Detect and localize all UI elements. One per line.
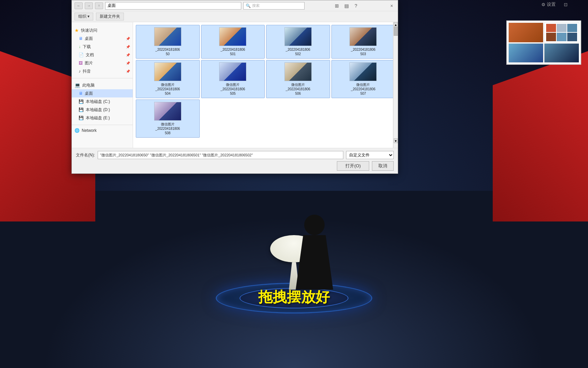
back-button[interactable]: ← [75, 2, 83, 9]
file-label-2: _202204181806502 [286, 47, 310, 56]
file-open-dialog: ← → ↑ 桌面 🔍 搜索 ⊞ ▤ ? × 组织 ▾ 新建文件夹 [71, 0, 398, 174]
sidebar-item-tiktok[interactable]: ♪ 抖音 📌 [72, 67, 133, 75]
help-icon[interactable]: ? [352, 2, 360, 10]
file-item-4[interactable]: 微信图片_202204181806504 [136, 60, 200, 98]
person-body [296, 235, 333, 290]
sidebar-item-pic[interactable]: 🖼 图片 📌 [72, 59, 133, 67]
sidebar-item-quick-access: ★ 快速访问 [72, 26, 133, 34]
computer-icon: 💻 [75, 82, 80, 88]
file-thumb-8 [154, 102, 181, 121]
quick-access-section: ★ 快速访问 🖥 桌面 📌 ↓ 下载 📌 📄 文档 📌 [72, 25, 133, 77]
preview-img-3 [508, 43, 543, 63]
preview-pane [506, 20, 581, 65]
file-label-0: _20220418180650 [156, 47, 180, 56]
file-item-0[interactable]: _20220418180650 [136, 25, 200, 59]
close-button[interactable]: × [388, 2, 395, 9]
subtitle-text: 拖拽摆放好 [258, 288, 330, 307]
pin-icon-3: 📌 [126, 53, 130, 57]
file-label-3: _202204181806503 [351, 47, 375, 56]
sidebar-tiktok-label: 抖音 [83, 68, 91, 74]
forward-button[interactable]: → [85, 2, 93, 9]
view-icon-1[interactable]: ⊞ [333, 2, 341, 10]
scroll-down-arrow[interactable]: ▼ [394, 138, 398, 143]
pin-icon-4: 📌 [126, 61, 130, 65]
star-icon: ★ [75, 28, 79, 33]
sidebar-item-doc[interactable]: 📄 文档 📌 [72, 51, 133, 59]
scroll-up-arrow[interactable]: ▲ [394, 22, 398, 27]
this-pc-label: 此电脑 [82, 82, 95, 88]
address-bar-value: 桌面 [108, 3, 116, 9]
maximize-icon[interactable]: ⊡ [564, 2, 568, 7]
sidebar-item-desktop-quick[interactable]: 🖥 桌面 📌 [72, 34, 133, 43]
sidebar-sep-2 [72, 125, 133, 125]
file-thumb-7 [349, 62, 377, 81]
network-label: Network [82, 128, 97, 133]
file-thumb-3 [349, 27, 377, 46]
dialog-sidebar: ★ 快速访问 🖥 桌面 📌 ↓ 下载 📌 📄 文档 📌 [72, 22, 133, 148]
sidebar-item-download[interactable]: ↓ 下载 📌 [72, 43, 133, 51]
file-area[interactable]: _20220418180650 _202204181806501 _202204… [133, 22, 398, 148]
organize-button[interactable]: 组织 ▾ [75, 13, 93, 20]
sidebar-download-label: 下载 [83, 44, 91, 50]
doc-icon: 📄 [79, 52, 84, 57]
file-item-8[interactable]: 微信图片_202204181806508 [136, 99, 200, 138]
tiktok-icon: ♪ [79, 69, 81, 74]
file-item-6[interactable]: 微信图片_202204181806506 [266, 60, 330, 98]
pin-icon: 📌 [126, 37, 130, 41]
file-item-3[interactable]: _202204181806503 [331, 25, 395, 59]
cancel-button[interactable]: 取消 [372, 161, 394, 171]
sidebar-drive-e-label: 本地磁盘 (E:) [86, 115, 110, 121]
file-item-1[interactable]: _202204181806501 [201, 25, 265, 59]
file-thumb-4 [154, 62, 181, 81]
sidebar-item-network[interactable]: 🌐 Network [72, 126, 133, 135]
filename-input[interactable] [98, 151, 343, 159]
file-label-5: 微信图片_202204181806505 [220, 82, 245, 96]
sidebar-drive-c-label: 本地磁盘 (C:) [86, 99, 110, 105]
dialog-titlebar: ← → ↑ 桌面 🔍 搜索 ⊞ ▤ ? × [72, 0, 398, 11]
file-thumb-2 [284, 27, 312, 46]
sidebar-item-this-pc[interactable]: 💻 此电脑 [72, 81, 133, 89]
dialog-body: ★ 快速访问 🖥 桌面 📌 ↓ 下载 📌 📄 文档 📌 [72, 22, 398, 148]
person-head [304, 215, 325, 235]
desktop-main-icon: 🖥 [79, 91, 83, 96]
file-label-4: 微信图片_202204181806504 [156, 82, 180, 96]
sidebar-pic-label: 图片 [85, 60, 93, 66]
drive-d-icon: 💾 [79, 107, 84, 112]
new-folder-button[interactable]: 新建文件夹 [96, 13, 124, 20]
sidebar-item-drive-c[interactable]: 💾 本地磁盘 (C:) [72, 97, 133, 106]
scrollbar[interactable]: ▼ ▲ [393, 22, 398, 148]
network-icon: 🌐 [75, 128, 80, 133]
desktop-icon: 🖥 [79, 36, 83, 41]
dialog-bottom: 文件名(N): 自定义文件 打开(O) 取消 [72, 148, 398, 173]
file-label-6: 微信图片_202204181806506 [286, 82, 310, 96]
file-label-7: 微信图片_202204181806507 [351, 82, 375, 96]
gear-icon[interactable]: ⚙ [541, 2, 545, 7]
preview-img-main [544, 22, 579, 43]
up-button[interactable]: ↑ [95, 2, 103, 9]
sidebar-item-drive-e[interactable]: 💾 本地磁盘 (E:) [72, 114, 133, 122]
view-icon-2[interactable]: ▤ [342, 2, 350, 10]
sidebar-sep-1 [72, 78, 133, 78]
file-item-5[interactable]: 微信图片_202204181806505 [201, 60, 265, 98]
file-thumb-1 [219, 27, 246, 46]
sidebar-item-desktop-main[interactable]: 🖥 桌面 [72, 89, 133, 97]
file-thumb-0 [154, 27, 181, 46]
open-button[interactable]: 打开(O) [337, 161, 369, 171]
preview-img-1 [508, 22, 543, 43]
pic-icon: 🖼 [79, 61, 83, 65]
search-box[interactable]: 🔍 搜索 [243, 2, 305, 10]
settings-area: ⚙ 设置 ⊡ [541, 1, 568, 7]
preview-img-4 [544, 43, 579, 63]
pin-icon-2: 📌 [126, 45, 130, 49]
settings-label: 设置 [547, 1, 556, 7]
pin-icon-5: 📌 [126, 70, 130, 73]
address-bar[interactable]: 桌面 [105, 2, 241, 10]
this-pc-section: 💻 此电脑 🖥 桌面 💾 本地磁盘 (C:) 💾 本地磁盘 (D:) 💾 [72, 80, 133, 123]
file-item-7[interactable]: 微信图片_202204181806507 [331, 60, 395, 98]
filetype-select[interactable]: 自定义文件 [346, 151, 394, 159]
sidebar-item-drive-d[interactable]: 💾 本地磁盘 (D:) [72, 106, 133, 114]
file-item-2[interactable]: _202204181806502 [266, 25, 330, 59]
file-thumb-6 [284, 62, 312, 81]
sidebar-desktop-main-label: 桌面 [85, 91, 93, 96]
download-icon: ↓ [79, 44, 81, 49]
